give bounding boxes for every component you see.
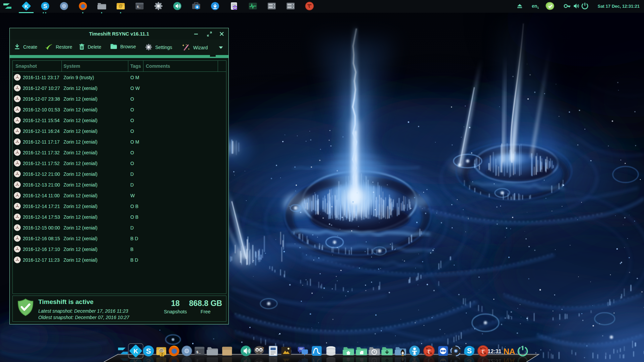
svg-text:2: 2 [161, 353, 163, 356]
svg-text:NA: NA [504, 357, 515, 362]
svg-text:K: K [133, 348, 138, 355]
svg-text:K: K [25, 3, 28, 9]
svg-text:$_: $_ [196, 350, 201, 354]
svg-text:$_: $_ [196, 358, 201, 362]
svg-text:K: K [133, 358, 138, 362]
svg-text:S: S [146, 357, 151, 362]
svg-text:S: S [146, 347, 151, 355]
svg-text:12:31: 12:31 [488, 349, 502, 354]
svg-text:S: S [467, 358, 472, 362]
svg-text:@: @ [119, 4, 123, 8]
svg-text:12:31: 12:31 [488, 358, 502, 362]
svg-text:S: S [467, 347, 472, 355]
svg-text:Sat 17 Dec, 12:31:21: Sat 17 Dec, 12:31:21 [598, 4, 640, 9]
svg-text:2: 2 [161, 356, 163, 360]
svg-text:S: S [43, 3, 47, 9]
svg-text:NA: NA [504, 347, 515, 356]
svg-text:$_: $_ [137, 5, 140, 9]
